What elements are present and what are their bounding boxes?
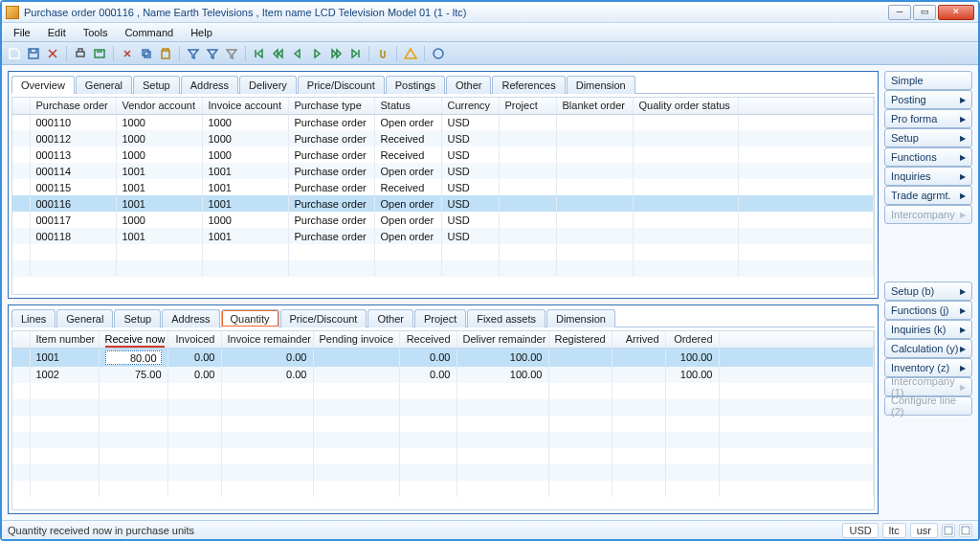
action-pro-forma[interactable]: Pro forma▶ <box>884 109 972 128</box>
tab-setup[interactable]: Setup <box>133 76 180 94</box>
tab-references[interactable]: References <box>492 76 565 94</box>
col-invoice-account[interactable]: Invoice account <box>202 98 288 114</box>
warn-icon[interactable] <box>402 45 419 62</box>
action-setup[interactable]: Setup▶ <box>884 128 972 147</box>
receive-now-input[interactable]: 80.00 <box>105 350 162 365</box>
tab-general[interactable]: General <box>56 309 113 327</box>
menu-command[interactable]: Command <box>117 25 181 40</box>
action-calculation-y-[interactable]: Calculation (y)▶ <box>884 339 972 358</box>
table-row[interactable] <box>12 244 874 260</box>
preview-icon[interactable] <box>91 45 108 62</box>
col-registered[interactable]: Registered <box>548 331 612 348</box>
tab-price-discount[interactable]: Price/Discount <box>298 76 385 94</box>
col-currency[interactable]: Currency <box>441 98 499 114</box>
table-row[interactable] <box>12 260 874 277</box>
table-row[interactable] <box>12 383 874 399</box>
col-project[interactable]: Project <box>499 98 556 114</box>
col-purchase-type[interactable]: Purchase type <box>288 98 374 114</box>
tab-other[interactable]: Other <box>368 309 413 327</box>
maximize-button[interactable]: ▭ <box>913 5 936 20</box>
close-button[interactable]: ✕ <box>938 5 974 20</box>
table-row[interactable]: 00011610011001Purchase orderOpen orderUS… <box>12 195 874 212</box>
table-row[interactable]: 100275.000.000.000.00100.00100.00 <box>12 367 874 383</box>
action-inquiries[interactable]: Inquiries▶ <box>884 167 972 186</box>
tab-lines[interactable]: Lines <box>11 309 56 327</box>
tab-overview[interactable]: Overview <box>11 76 75 94</box>
table-row[interactable]: 00011510011001Purchase orderReceivedUSD <box>12 179 874 195</box>
tab-price-discount[interactable]: Price/Discount <box>280 309 368 327</box>
action-posting[interactable]: Posting▶ <box>884 90 972 109</box>
menu-edit[interactable]: Edit <box>40 25 74 40</box>
col-receive-now[interactable]: Receive now <box>99 331 167 348</box>
action-setup-b-[interactable]: Setup (b)▶ <box>884 282 972 301</box>
table-row[interactable]: 00011010001000Purchase orderOpen orderUS… <box>12 114 874 130</box>
table-row[interactable]: 00011710001000Purchase orderOpen orderUS… <box>12 212 874 228</box>
action-functions-j-[interactable]: Functions (j)▶ <box>884 301 972 320</box>
tab-postings[interactable]: Postings <box>386 76 445 94</box>
table-row[interactable]: 00011810011001Purchase orderOpen orderUS… <box>12 228 874 244</box>
col-pending-invoice[interactable]: Pending invoice <box>313 331 399 348</box>
action-inquiries-k-[interactable]: Inquiries (k)▶ <box>884 320 972 339</box>
next-icon[interactable] <box>308 45 325 62</box>
attach-icon[interactable] <box>374 45 391 62</box>
col-vendor-account[interactable]: Vendor account <box>116 98 202 114</box>
col-purchase-order[interactable]: Purchase order ▲ <box>30 98 116 114</box>
col-invoiced[interactable]: Invoiced <box>167 331 221 348</box>
col-arrived[interactable]: Arrived <box>612 331 665 348</box>
table-row[interactable] <box>12 464 874 481</box>
tab-dimension[interactable]: Dimension <box>546 309 615 327</box>
tab-project[interactable]: Project <box>414 309 466 327</box>
menu-tools[interactable]: Tools <box>76 25 116 40</box>
menu-help[interactable]: Help <box>183 25 220 40</box>
table-row[interactable] <box>12 448 874 464</box>
save-icon[interactable] <box>25 45 42 62</box>
table-row[interactable] <box>12 432 874 448</box>
tab-quantity[interactable]: Quantity <box>221 309 279 327</box>
doc-icon[interactable] <box>942 524 955 537</box>
orders-grid[interactable]: Purchase order ▲Vendor accountInvoice ac… <box>11 97 875 295</box>
action-simple[interactable]: Simple <box>884 71 972 90</box>
table-row[interactable]: 00011210001000Purchase orderReceivedUSD <box>12 130 874 147</box>
help-icon[interactable] <box>430 45 447 62</box>
table-row[interactable] <box>12 481 874 497</box>
clear-filter-icon[interactable] <box>223 45 240 62</box>
col-item-number[interactable]: Item number <box>30 331 99 348</box>
prev-icon[interactable] <box>289 45 306 62</box>
action-trade-agrmt-[interactable]: Trade agrmt.▶ <box>884 186 972 205</box>
lines-grid[interactable]: Item numberReceive nowInvoicedInvoice re… <box>11 330 875 510</box>
tab-setup[interactable]: Setup <box>114 309 161 327</box>
layer-icon[interactable] <box>959 524 972 537</box>
filter-by-icon[interactable] <box>204 45 221 62</box>
next-fast-icon[interactable] <box>327 45 345 62</box>
first-icon[interactable] <box>251 45 268 62</box>
tab-fixed-assets[interactable]: Fixed assets <box>467 309 546 327</box>
tab-dimension[interactable]: Dimension <box>567 76 635 94</box>
col-deliver-remainder[interactable]: Deliver remainder <box>457 331 548 348</box>
print-icon[interactable] <box>72 45 89 62</box>
tab-address[interactable]: Address <box>181 76 238 94</box>
tab-general[interactable]: General <box>76 76 132 94</box>
cut-icon[interactable] <box>119 45 136 62</box>
prev-fast-icon[interactable] <box>270 45 287 62</box>
col-received[interactable]: Received <box>399 331 457 348</box>
filter-icon[interactable] <box>185 45 202 62</box>
action-inventory-z-[interactable]: Inventory (z)▶ <box>884 358 972 377</box>
menu-file[interactable]: File <box>6 25 38 40</box>
paste-icon[interactable] <box>157 45 174 62</box>
col-quality-order-status[interactable]: Quality order status <box>633 98 738 114</box>
last-icon[interactable] <box>346 45 364 62</box>
tab-address[interactable]: Address <box>162 309 219 327</box>
col-ordered[interactable]: Ordered <box>665 331 719 348</box>
action-functions[interactable]: Functions▶ <box>884 147 972 167</box>
tab-other[interactable]: Other <box>446 76 492 94</box>
col-status[interactable]: Status <box>374 98 441 114</box>
minimize-button[interactable]: ─ <box>888 5 911 20</box>
copy-icon[interactable] <box>138 45 155 62</box>
table-row[interactable]: 100180.000.000.000.00100.00100.00 <box>12 348 874 367</box>
table-row[interactable]: 00011310001000Purchase orderReceivedUSD <box>12 147 874 163</box>
col-invoice-remainder[interactable]: Invoice remainder <box>221 331 313 348</box>
new-icon[interactable] <box>6 45 23 62</box>
tab-delivery[interactable]: Delivery <box>239 76 297 94</box>
delete-icon[interactable] <box>44 45 61 62</box>
table-row[interactable] <box>12 399 874 416</box>
